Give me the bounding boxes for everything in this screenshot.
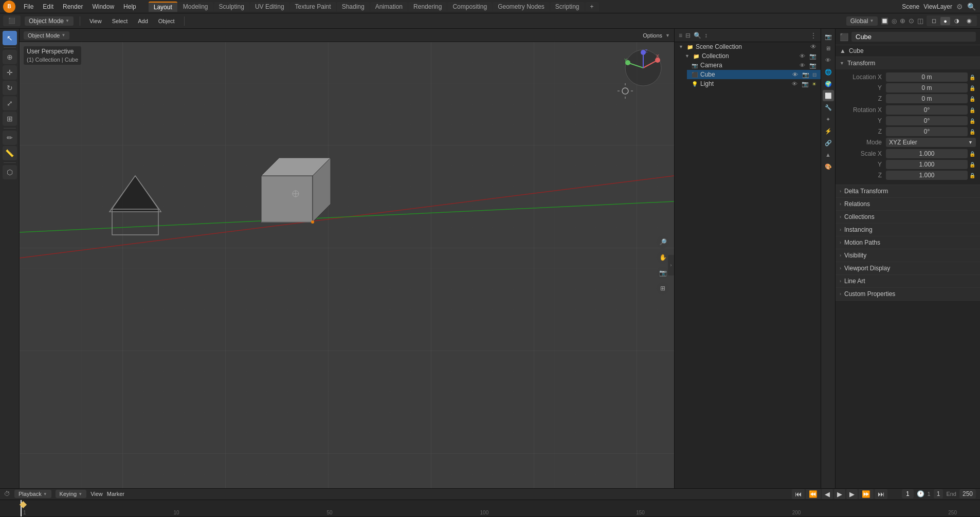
cube-object[interactable] [251,145,333,234]
scale-tool[interactable]: ⤢ [3,96,17,110]
rotation-x-lock[interactable]: 🔒 [969,106,976,114]
collections-header[interactable]: › Collections [836,211,980,223]
wire-shading[interactable]: ◻ [929,16,939,25]
collection-eye[interactable]: 👁 [800,53,805,59]
rotation-z-value[interactable]: 0° [886,127,968,136]
cube-eye[interactable]: 👁 [792,71,798,78]
xray-icon[interactable]: ◫ [917,17,923,25]
solid-shading[interactable]: ● [940,17,950,25]
menu-render[interactable]: Render [59,2,87,11]
visibility-header[interactable]: › Visibility [836,249,980,262]
timeline-track[interactable]: 1 10 50 100 150 200 250 [0,500,980,516]
viewport-axis-gizmo[interactable]: X Y Z [623,47,664,88]
location-z-lock[interactable]: 🔒 [969,95,976,102]
add-menu-btn[interactable]: Add [135,17,151,25]
current-frame-display[interactable]: 1 [902,489,914,498]
outliner-search-icon[interactable]: 🔍 [694,32,701,39]
output-tab-btn[interactable]: 🖥 [823,43,834,54]
n-panel-toggle[interactable]: › [668,255,674,275]
location-x-lock[interactable]: 🔒 [969,73,976,81]
settings-icon[interactable]: ⚙ [956,3,963,11]
world-tab-btn[interactable]: 🌍 [823,78,834,89]
transform-dropdown[interactable]: Global ▼ [846,16,878,26]
location-y-value[interactable]: 0 m [886,83,968,93]
modifier-tab-btn[interactable]: 🔧 [823,102,834,113]
tab-compositing[interactable]: Compositing [447,2,492,11]
snap-icon[interactable]: 🔲 [881,17,888,25]
jump-end-btn[interactable]: ⏭ [875,489,887,499]
playback-dropdown[interactable]: Playback ▼ [14,490,51,498]
tab-shading[interactable]: Shading [337,2,370,11]
camera-eye[interactable]: 👁 [800,62,805,68]
hand-pan-btn[interactable]: ✋ [657,251,669,264]
blender-logo[interactable]: B [3,1,15,13]
tab-layout[interactable]: Layout [149,2,177,12]
particles-tab-btn[interactable]: ✦ [823,114,834,125]
view-layer-tab-btn[interactable]: 👁 [823,54,834,66]
viewport-mode-dropdown[interactable]: Object Mode▼ [24,31,69,40]
instancing-header[interactable]: › Instancing [836,224,980,236]
rotation-y-lock[interactable]: 🔒 [969,117,976,124]
light-item[interactable]: 💡 Light 👁 📷 ☀ [687,79,821,88]
object-name-field[interactable]: Cube [851,32,976,42]
tab-animation[interactable]: Animation [370,2,408,11]
select-tool[interactable]: ↖ [3,31,17,45]
outliner-sort-icon[interactable]: ↕ [704,32,707,39]
viewport-overlays-icon[interactable]: ⊙ [909,17,914,25]
menu-help[interactable]: Help [119,2,140,11]
scale-y-lock[interactable]: 🔒 [969,161,976,168]
add-primitive-tool[interactable]: ⬡ [3,165,17,179]
editor-icon[interactable]: ⬛ [5,16,19,25]
cube-filter[interactable]: ⊟ [812,72,816,78]
line-art-header[interactable]: › Line Art [836,275,980,287]
rotate-tool[interactable]: ↻ [3,81,17,95]
jump-start-btn[interactable]: ⏮ [792,489,805,499]
scene-collection-item[interactable]: ▼ 📁 Scene Collection 👁 [675,42,821,51]
collection-arrow[interactable]: ▼ [685,53,689,59]
tab-modeling[interactable]: Modeling [178,2,213,11]
material-tab-btn[interactable]: 🎨 [823,161,834,172]
menu-edit[interactable]: Edit [39,2,58,11]
marker-btn[interactable]: Marker [107,491,124,497]
transform-tool[interactable]: ⊞ [3,112,17,126]
location-y-lock[interactable]: 🔒 [969,84,976,91]
scale-z-lock[interactable]: 🔒 [969,172,976,179]
render-tab-btn[interactable]: 📷 [823,31,834,42]
proportional-icon[interactable]: ◎ [892,17,897,25]
quad-view-btn[interactable]: ⊞ [657,282,669,294]
physics-tab-btn[interactable]: ⚡ [823,125,834,137]
viewport-display-header[interactable]: › Viewport Display [836,262,980,274]
tab-add[interactable]: + [585,2,599,11]
tab-uv-editing[interactable]: UV Editing [250,2,289,11]
next-frame-btn[interactable]: ▶ [846,489,858,499]
motion-paths-header[interactable]: › Motion Paths [836,236,980,249]
scale-z-value[interactable]: 1.000 [886,171,968,180]
view-menu-btn[interactable]: View [86,17,105,25]
scene-collection-eye[interactable]: 👁 [810,43,816,50]
menu-file[interactable]: File [20,2,38,11]
object-tab-btn[interactable]: ⬜ [823,90,834,101]
options-label[interactable]: Options [643,32,662,39]
data-tab-btn[interactable]: ▲ [823,149,834,160]
prev-frame-btn[interactable]: ◀ [822,489,833,499]
material-shading[interactable]: ◑ [951,16,963,25]
viewport-canvas[interactable]: User Perspective (1) Collection | Cube [20,42,674,488]
tab-texture-paint[interactable]: Texture Paint [290,2,336,11]
zoom-in-btn[interactable]: 🔎 [657,236,669,248]
tab-scripting[interactable]: Scripting [550,2,585,11]
mode-dropdown[interactable]: Object Mode ▼ [25,16,74,26]
rotation-z-lock[interactable]: 🔒 [969,128,976,135]
data-name-field[interactable]: Cube [849,47,864,54]
outliner-options-icon[interactable]: ⋮ [810,32,816,39]
location-x-value[interactable]: 0 m [886,72,968,82]
relations-header[interactable]: › Relations [836,198,980,210]
rotation-y-value[interactable]: 0° [886,116,968,125]
outliner-filter-icon[interactable]: ⊟ [685,32,691,39]
tab-rendering[interactable]: Rendering [408,2,447,11]
transform-header[interactable]: ▼ Transform [836,57,980,69]
constraints-tab-btn[interactable]: 🔗 [823,137,834,149]
rotation-mode-select[interactable]: XYZ Euler ▼ [886,138,976,147]
tab-geometry-nodes[interactable]: Geometry Nodes [493,2,550,11]
light-render[interactable]: 📷 [802,81,809,87]
scale-x-value[interactable]: 1.000 [886,149,968,158]
